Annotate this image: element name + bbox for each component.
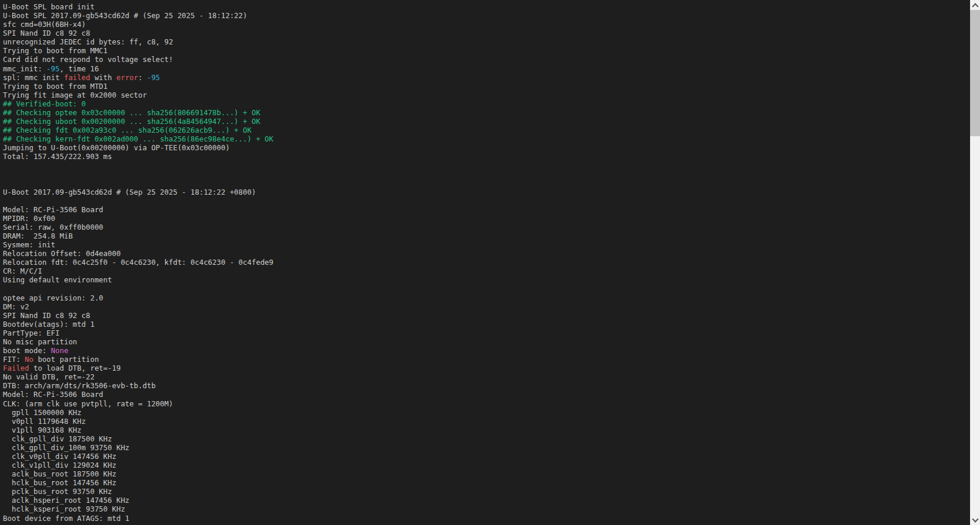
log-segment: U-Boot SPL board init	[3, 2, 95, 11]
log-segment: Trying to boot from MMC1	[3, 46, 108, 55]
log-segment: pclk_bus_root 93750 KHz	[3, 487, 112, 496]
log-line: Relocation fdt: 0c4c25f0 - 0c4c6230, kfd…	[3, 258, 967, 267]
log-segment: aclk_bus_root 187500 KHz	[3, 469, 116, 478]
log-line: DRAM: 254.8 MiB	[3, 232, 967, 240]
log-line: Trying to boot from MMC1	[3, 46, 967, 55]
log-line: ## Checking fdt 0x002a93c0 ... sha256(06…	[3, 126, 967, 134]
log-line: spl: mmc init failed with error: -95	[3, 73, 967, 82]
log-segment: to load DTB, ret=-19	[29, 364, 121, 372]
log-segment: unrecognized JEDEC id bytes: ff, c8, 92	[3, 37, 173, 46]
scroll-down-button[interactable]	[970, 515, 980, 525]
scrollbar[interactable]	[970, 0, 980, 525]
log-line: ## Checking optee 0x03c00000 ... sha256(…	[3, 108, 967, 117]
log-line	[3, 161, 967, 170]
log-segment: PartType: EFI	[3, 329, 60, 337]
log-line: boot mode: None	[3, 346, 967, 355]
log-line: pclk_bus_root 93750 KHz	[3, 487, 967, 496]
log-segment: Model: RC-Pi-3506 Board	[3, 205, 103, 214]
log-segment: Relocation fdt: 0c4c25f0 - 0c4c6230, kfd…	[3, 258, 274, 267]
log-segment: Boot device from ATAGS: mtd 1	[3, 514, 129, 523]
log-line: Jumping to U-Boot(0x00200000) via OP-TEE…	[3, 143, 967, 152]
scrollbar-thumb[interactable]	[970, 10, 980, 136]
log-segment: No valid DTB, ret=-22	[3, 372, 95, 381]
log-line: DM: v2	[3, 302, 967, 311]
log-segment: DTB: arch/arm/dts/rk3506-evb-tb.dtb	[3, 381, 156, 390]
log-segment: U-Boot 2017.09-gb543cd62d # (Sep 25 2025…	[3, 188, 256, 196]
chevron-down-icon	[972, 516, 978, 522]
log-line: hclk_bus_root 147456 KHz	[3, 478, 967, 487]
log-segment: Serial: raw, 0xff0b0000	[3, 223, 103, 232]
log-line: ## Checking uboot 0x00200000 ... sha256(…	[3, 117, 967, 126]
log-line: Boot device from ATAGS: mtd 1	[3, 514, 967, 523]
log-segment: CLK: (arm clk use pvtpll, rate = 1200M)	[3, 399, 173, 408]
log-line: Bootdev(atags): mtd 1	[3, 320, 967, 329]
log-segment: -95	[147, 73, 160, 82]
log-line	[3, 196, 967, 205]
log-segment: Total: 157.435/222.903 ms	[3, 152, 112, 161]
log-line: Model: RC-Pi-3506 Board	[3, 390, 967, 399]
log-segment: Trying fit image at 0x2000 sector	[3, 91, 147, 99]
log-segment: optee api revision: 2.0	[3, 293, 103, 302]
log-segment: DRAM: 254.8 MiB	[3, 232, 73, 240]
log-line: Failed to load DTB, ret=-19	[3, 364, 967, 372]
log-line: Serial: raw, 0xff0b0000	[3, 223, 967, 232]
log-segment: clk_gpll_div_100m 93750 KHz	[3, 443, 129, 452]
log-line: aclk_hsperi_root 147456 KHz	[3, 496, 967, 505]
log-segment: v0pll 1179648 KHz	[3, 417, 86, 426]
log-line	[3, 179, 967, 188]
log-line: Card did not respond to voltage select!	[3, 55, 967, 64]
log-line: PartType: EFI	[3, 329, 967, 337]
log-segment: ## Checking fdt 0x002a93c0 ... sha256(06…	[3, 126, 251, 134]
log-segment: boot mode:	[3, 346, 51, 355]
log-segment: sfc cmd=03H(6BH-x4)	[3, 20, 86, 29]
log-line: clk_gpll_div_100m 93750 KHz	[3, 443, 967, 452]
log-segment: :	[138, 73, 147, 82]
log-segment: with	[90, 73, 116, 82]
log-line: Trying to boot from MTD1	[3, 82, 967, 91]
log-segment: No misc partition	[3, 337, 77, 346]
log-segment: failed	[64, 73, 90, 82]
log-line: SPI Nand ID c8 92 c8	[3, 311, 967, 320]
log-line: DTB: arch/arm/dts/rk3506-evb-tb.dtb	[3, 381, 967, 390]
log-line: CR: M/C/I	[3, 267, 967, 275]
log-segment: mmc_init:	[3, 64, 47, 73]
log-line: v0pll 1179648 KHz	[3, 417, 967, 426]
log-segment: Relocation Offset: 0d4ea000	[3, 249, 120, 258]
log-line: unrecognized JEDEC id bytes: ff, c8, 92	[3, 37, 967, 46]
log-segment: U-Boot SPL 2017.09-gb543cd62d # (Sep 25 …	[3, 11, 247, 20]
log-line: optee api revision: 2.0	[3, 293, 967, 302]
log-line: No misc partition	[3, 337, 967, 346]
scroll-up-button[interactable]	[970, 0, 980, 10]
log-line	[3, 170, 967, 178]
log-segment: clk_v1pll_div 129024 KHz	[3, 461, 116, 469]
chevron-up-icon	[972, 3, 978, 9]
log-segment: boot partition	[33, 355, 99, 364]
log-segment: Trying to boot from MTD1	[3, 82, 108, 91]
log-line: hclk_ksperi_root 93750 KHz	[3, 505, 967, 513]
log-line: CLK: (arm clk use pvtpll, rate = 1200M)	[3, 399, 967, 408]
log-line: SPI Nand ID c8 92 c8	[3, 29, 967, 37]
log-line: Relocation Offset: 0d4ea000	[3, 249, 967, 258]
log-segment: Card did not respond to voltage select!	[3, 55, 173, 64]
log-line: MPIDR: 0xf00	[3, 214, 967, 223]
log-line: U-Boot SPL board init	[3, 2, 967, 11]
log-segment: Sysmem: init	[3, 240, 56, 249]
log-line: U-Boot 2017.09-gb543cd62d # (Sep 25 2025…	[3, 188, 967, 196]
log-segment: CR: M/C/I	[3, 267, 42, 275]
log-line: sfc cmd=03H(6BH-x4)	[3, 20, 967, 29]
log-line	[3, 285, 967, 293]
log-segment: ## Checking optee 0x03c00000 ... sha256(…	[3, 108, 260, 117]
log-segment: hclk_bus_root 147456 KHz	[3, 478, 116, 487]
log-line: Trying fit image at 0x2000 sector	[3, 91, 967, 99]
log-segment: , time 16	[60, 64, 99, 73]
log-segment: gpll 1500000 KHz	[3, 408, 81, 417]
log-segment: DM: v2	[3, 302, 29, 311]
log-line: No valid DTB, ret=-22	[3, 372, 967, 381]
scrollbar-track[interactable]	[970, 10, 980, 515]
log-segment: No	[25, 355, 33, 364]
log-line: aclk_bus_root 187500 KHz	[3, 469, 967, 478]
log-line: U-Boot SPL 2017.09-gb543cd62d # (Sep 25 …	[3, 11, 967, 20]
log-segment: FIT:	[3, 355, 25, 364]
log-segment: SPI Nand ID c8 92 c8	[3, 311, 90, 320]
serial-console-output[interactable]: U-Boot SPL board initU-Boot SPL 2017.09-…	[0, 0, 970, 525]
